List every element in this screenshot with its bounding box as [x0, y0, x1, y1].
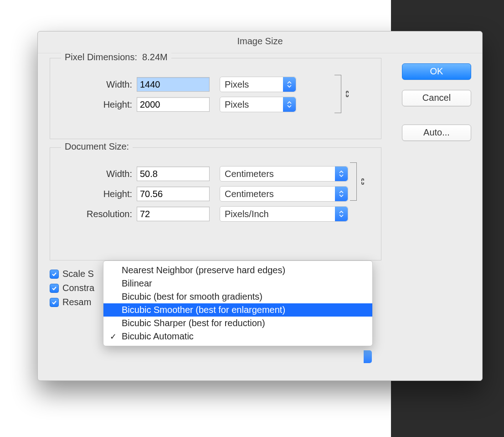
- chevrons-icon: [283, 97, 296, 112]
- cancel-button[interactable]: Cancel: [402, 90, 471, 106]
- px-height-label: Height:: [59, 99, 137, 110]
- chevrons-icon: [335, 166, 348, 181]
- checkbox-resample[interactable]: [50, 298, 59, 307]
- px-height-input[interactable]: [137, 97, 210, 112]
- document-size-group: Document Size: Width: Centimeters Height…: [50, 147, 381, 260]
- resolution-input[interactable]: [137, 207, 210, 221]
- doc-link-constrain: [350, 162, 368, 201]
- px-width-unit-select[interactable]: Pixels: [220, 77, 296, 92]
- pixel-dimensions-legend: Pixel Dimensions: 8.24M: [61, 52, 171, 62]
- resample-select-arrow-fragment: [364, 350, 372, 363]
- chevrons-icon: [335, 187, 348, 201]
- menu-item-bicubic-smoother[interactable]: Bicubic Smoother (best for enlargement): [103, 303, 372, 317]
- doc-width-unit-value: Centimeters: [225, 169, 274, 179]
- pixel-dimensions-group: Pixel Dimensions: 8.24M Width: Pixels He…: [50, 58, 381, 139]
- auto-button[interactable]: Auto...: [402, 125, 471, 141]
- ok-button[interactable]: OK: [402, 63, 471, 80]
- resample-method-menu: Nearest Neighbor (preserve hard edges) B…: [103, 260, 373, 346]
- check-icon: ✓: [110, 332, 117, 342]
- constrain-label: Constra: [62, 283, 94, 293]
- doc-height-unit-select[interactable]: Centimeters: [220, 186, 348, 202]
- px-width-label: Width:: [59, 79, 137, 90]
- px-link-constrain: [334, 75, 353, 113]
- px-width-unit-value: Pixels: [225, 79, 249, 90]
- chevrons-icon: [283, 77, 296, 92]
- doc-width-label: Width:: [59, 169, 137, 179]
- link-icon: [344, 89, 351, 101]
- doc-height-unit-value: Centimeters: [225, 189, 274, 199]
- px-height-unit-value: Pixels: [225, 99, 249, 110]
- chevrons-icon: [335, 207, 348, 221]
- checkbox-constrain[interactable]: [50, 284, 59, 293]
- pixel-dimensions-size: 8.24M: [142, 52, 168, 62]
- doc-width-unit-select[interactable]: Centimeters: [220, 166, 348, 182]
- resolution-unit-value: Pixels/Inch: [225, 209, 269, 219]
- checkbox-scale-styles[interactable]: [50, 270, 59, 279]
- menu-item-bicubic[interactable]: Bicubic (best for smooth gradients): [103, 290, 372, 303]
- px-width-input[interactable]: [137, 77, 210, 92]
- doc-width-input[interactable]: [137, 166, 210, 181]
- menu-item-bilinear[interactable]: Bilinear: [103, 277, 372, 290]
- scale-styles-label: Scale S: [62, 269, 94, 279]
- resolution-label: Resolution:: [59, 209, 137, 219]
- doc-height-label: Height:: [59, 189, 137, 199]
- document-size-legend: Document Size:: [61, 141, 133, 152]
- menu-item-nearest-neighbor[interactable]: Nearest Neighbor (preserve hard edges): [103, 264, 372, 277]
- doc-height-input[interactable]: [137, 187, 210, 201]
- resample-label: Resam: [62, 297, 91, 307]
- menu-item-bicubic-automatic[interactable]: ✓ Bicubic Automatic: [103, 330, 372, 343]
- dialog-title: Image Size: [38, 31, 482, 53]
- resolution-unit-select[interactable]: Pixels/Inch: [220, 206, 348, 222]
- link-icon: [359, 177, 366, 188]
- dialog-buttons-column: OK Cancel Auto...: [402, 63, 470, 152]
- pixel-dimensions-label: Pixel Dimensions:: [65, 52, 137, 62]
- menu-item-bicubic-sharper[interactable]: Bicubic Sharper (best for reduction): [103, 317, 372, 330]
- menu-item-bicubic-automatic-label: Bicubic Automatic: [122, 331, 194, 341]
- px-height-unit-select[interactable]: Pixels: [220, 97, 296, 112]
